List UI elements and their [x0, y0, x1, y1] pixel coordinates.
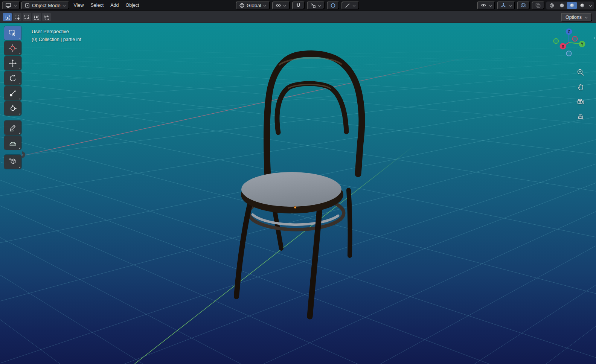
chevron-down-icon — [589, 4, 592, 7]
proportional-falloff-dropdown[interactable] — [341, 2, 359, 9]
tool-sidebar — [4, 26, 21, 169]
gizmos-dropdown[interactable] — [497, 2, 515, 9]
tool-scale-button[interactable] — [4, 86, 21, 101]
shading-material-button[interactable] — [567, 2, 577, 9]
viewport-nav-buttons — [576, 67, 585, 121]
add-cube-icon — [8, 157, 17, 166]
collection-label: (0) Collection | partie inf — [32, 36, 81, 44]
menu-object[interactable]: Object — [122, 2, 142, 9]
axis-ball-neg-y[interactable] — [553, 38, 558, 43]
tool-move-button[interactable] — [4, 56, 21, 70]
snap-magnet-toggle[interactable] — [292, 2, 305, 9]
sidebar-collapse-arrow[interactable]: ‹ — [594, 35, 596, 40]
tool-add-cube-button[interactable] — [4, 155, 21, 169]
axis-label-z: Z — [568, 30, 570, 34]
nav-pan-button[interactable] — [576, 82, 585, 92]
select-mode-group — [3, 13, 51, 21]
menu-add[interactable]: Add — [107, 2, 122, 9]
axis-label-y: Y — [581, 42, 584, 46]
tool-measure-button[interactable] — [4, 136, 21, 150]
select-box-icon — [8, 29, 17, 38]
options-label: Options — [566, 15, 582, 20]
orientation-dropdown[interactable]: Global — [236, 2, 270, 9]
snap-magnet-icon — [296, 3, 301, 8]
select-mode-set[interactable] — [3, 13, 12, 21]
proportional-editing-toggle[interactable] — [327, 2, 339, 9]
chevron-down-icon — [62, 4, 66, 7]
orientation-globe-icon — [239, 3, 245, 8]
shading-rendered-button[interactable] — [577, 2, 587, 9]
shading-segment — [546, 2, 594, 9]
chevron-down-icon — [283, 4, 287, 7]
menu-view[interactable]: View — [70, 2, 87, 9]
grid-perspective-icon — [576, 112, 585, 120]
shading-dropdown[interactable] — [587, 2, 593, 9]
visibility-eye-icon — [480, 2, 486, 8]
nav-camera-button[interactable] — [576, 97, 585, 107]
rotate-icon — [8, 74, 17, 83]
camera-icon — [576, 97, 585, 106]
annotate-pencil-icon — [8, 123, 17, 132]
orientation-label: Global — [247, 3, 261, 8]
tool-rotate-button[interactable] — [4, 71, 21, 85]
xray-icon — [535, 2, 541, 8]
pivot-point-icon — [276, 3, 281, 8]
menu-select[interactable]: Select — [87, 2, 107, 9]
chevron-down-icon — [488, 4, 492, 7]
shading-solid-button[interactable] — [557, 2, 567, 9]
tool-settings-row: Options — [0, 11, 596, 23]
select-mode-subtract[interactable] — [23, 13, 31, 21]
cursor-icon — [8, 44, 17, 53]
axis-label-x: X — [562, 44, 564, 49]
select-mode-extend[interactable] — [13, 13, 21, 21]
tool-select-box-button[interactable] — [4, 26, 21, 40]
tool-cursor-button[interactable] — [4, 41, 21, 55]
chevron-down-icon — [263, 4, 267, 7]
axis-gizmo[interactable]: Z Y X — [553, 27, 586, 58]
scale-icon — [8, 89, 17, 98]
select-mode-invert[interactable] — [32, 13, 41, 21]
options-button[interactable]: Options — [561, 13, 592, 21]
chair-seat-top — [241, 172, 341, 207]
nav-zoom-button[interactable] — [576, 67, 585, 77]
tool-transform-button[interactable] — [4, 101, 21, 116]
wireframe-sphere-icon — [549, 3, 555, 8]
mode-label: Object Mode — [32, 3, 61, 8]
pivot-dropdown[interactable] — [272, 2, 290, 9]
viewport[interactable]: User Perspective (0) Collection | partie… — [0, 23, 596, 364]
select-mode-intersect[interactable] — [42, 13, 51, 21]
transform-icon — [8, 104, 17, 113]
zoom-icon — [576, 68, 585, 76]
gizmo-arrows-icon — [500, 2, 506, 8]
chevron-down-icon — [584, 15, 588, 19]
hand-icon — [576, 83, 585, 91]
overlays-dropdown[interactable] — [517, 2, 530, 9]
viewport-canvas[interactable] — [0, 23, 596, 364]
mode-dropdown[interactable]: Object Mode — [21, 2, 69, 9]
chevron-down-icon — [508, 4, 512, 7]
axis-ball-neg-x[interactable] — [572, 36, 577, 41]
object-origin-dot — [294, 206, 296, 209]
snap-target-icon — [310, 3, 316, 8]
xray-toggle[interactable] — [532, 2, 544, 9]
perspective-label: User Perspective — [32, 27, 81, 36]
snap-target-dropdown[interactable] — [307, 2, 325, 9]
axis-ball-neg-z[interactable] — [566, 51, 571, 56]
solid-sphere-icon — [559, 3, 565, 8]
move-icon — [8, 59, 17, 68]
shading-wireframe-button[interactable] — [547, 2, 556, 9]
proportional-editing-icon — [330, 3, 336, 8]
menu-bar: View Select Add Object — [70, 2, 143, 9]
blender-window: Object Mode View Select Add Object Globa… — [0, 0, 596, 364]
material-sphere-icon — [569, 3, 575, 8]
chevron-down-icon — [352, 4, 356, 7]
viewport-editor-icon — [5, 2, 11, 8]
tool-annotate-button[interactable] — [4, 120, 21, 135]
viewport-header-text: User Perspective (0) Collection | partie… — [32, 27, 81, 44]
rendered-sphere-icon — [579, 3, 585, 8]
chevron-down-icon — [13, 4, 17, 7]
editor-type-button[interactable] — [2, 2, 20, 9]
visibility-dropdown[interactable] — [477, 2, 495, 9]
proportional-falloff-icon — [345, 3, 351, 8]
nav-grid-button[interactable] — [576, 111, 585, 121]
